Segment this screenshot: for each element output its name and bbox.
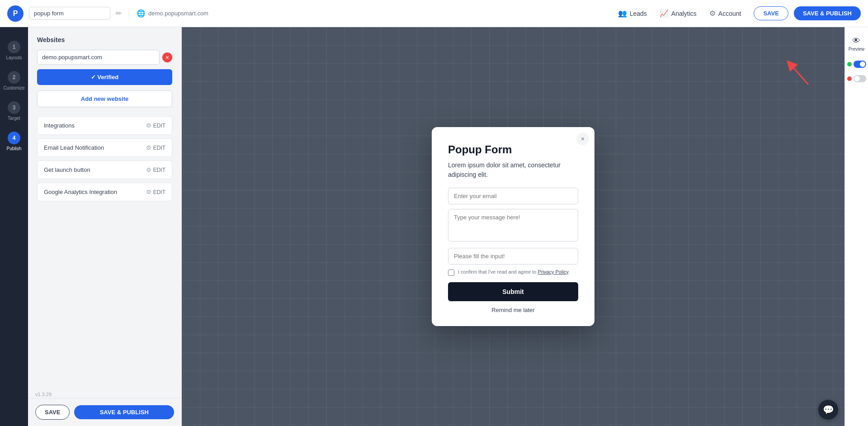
main-layout: 1 Layouts 2 Customize 3 Target 4 Publish…	[0, 27, 868, 426]
nav-items: 👥 Leads 📈 Analytics ⚙ Account	[618, 9, 741, 18]
remove-website-button[interactable]: ×	[162, 52, 172, 62]
toggle-knob-off	[854, 76, 860, 81]
email-lead-label: Email Lead Notification	[44, 144, 104, 151]
toggle-knob-on	[860, 62, 865, 67]
google-analytics-edit-button[interactable]: ⚙ EDIT	[146, 189, 165, 195]
canvas-area: × Popup Form Lorem ipsum dolor sit amet,…	[182, 27, 844, 426]
popup-overlay: × Popup Form Lorem ipsum dolor sit amet,…	[182, 27, 844, 426]
privacy-checkbox[interactable]	[448, 270, 454, 276]
preview-button[interactable]: 👁 Preview	[847, 33, 867, 55]
integrations-edit-button[interactable]: ⚙ EDIT	[146, 122, 165, 129]
popup-description: Lorem ipsum dolor sit amet, consectetur …	[448, 161, 578, 180]
globe-icon: 🌐	[137, 9, 146, 18]
toggle-on[interactable]	[854, 61, 866, 68]
panel-footer: SAVE SAVE & PUBLISH	[28, 398, 181, 426]
version-text: v1.3.29	[35, 392, 52, 397]
step-circle-3: 3	[8, 101, 20, 114]
toggle-row-2	[845, 73, 868, 84]
integrations-label: Integrations	[44, 122, 75, 129]
site-url: 🌐 demo.popupsmart.com	[137, 9, 208, 18]
toggle-off[interactable]	[854, 75, 866, 82]
toggle-row-1	[845, 59, 868, 70]
step-label-1: Layouts	[6, 55, 22, 60]
popup-checkbox-text: I confirm that I've read and agree to Pr…	[458, 269, 570, 275]
gear-icon-launch: ⚙	[146, 166, 151, 173]
chat-icon: 💬	[823, 404, 834, 415]
step-publish[interactable]: 4 Publish	[0, 127, 28, 156]
save-publish-button[interactable]: SAVE & PUBLISH	[794, 6, 861, 20]
panel-save-publish-button[interactable]: SAVE & PUBLISH	[74, 405, 174, 419]
popup-submit-button[interactable]: Submit	[448, 282, 578, 301]
get-launch-item: Get launch button ⚙ EDIT	[37, 161, 172, 179]
logo[interactable]: P	[7, 5, 24, 22]
analytics-icon: 📈	[660, 9, 669, 18]
panel-content: Websites × ✓ Verified Add new website In…	[28, 27, 181, 388]
privacy-policy-link[interactable]: Privacy Policy	[538, 269, 568, 275]
step-sidebar: 1 Layouts 2 Customize 3 Target 4 Publish	[0, 27, 28, 426]
step-circle-4: 4	[8, 132, 20, 144]
popup-checkbox-row: I confirm that I've read and agree to Pr…	[448, 269, 578, 276]
gear-icon-integrations: ⚙	[146, 122, 151, 129]
red-dot	[847, 76, 852, 81]
step-circle-1: 1	[8, 41, 20, 53]
get-launch-label: Get launch button	[44, 166, 90, 173]
preview-label: Preview	[849, 47, 865, 52]
save-button[interactable]: SAVE	[754, 6, 788, 20]
step-circle-2: 2	[8, 71, 20, 84]
chat-button[interactable]: 💬	[818, 400, 838, 420]
popup-remind-later[interactable]: Remind me later	[448, 307, 578, 313]
email-lead-edit-button[interactable]: ⚙ EDIT	[146, 144, 165, 151]
gear-icon: ⚙	[709, 9, 716, 18]
integrations-item: Integrations ⚙ EDIT	[37, 116, 172, 135]
gear-icon-email: ⚙	[146, 144, 151, 151]
step-label-3: Target	[8, 116, 20, 121]
popup-close-button[interactable]: ×	[576, 133, 589, 145]
panel-save-button[interactable]: SAVE	[35, 405, 70, 420]
panel-sidebar: Websites × ✓ Verified Add new website In…	[28, 27, 182, 426]
get-launch-edit-button[interactable]: ⚙ EDIT	[146, 166, 165, 173]
popup-title: Popup Form	[448, 143, 578, 156]
gear-icon-analytics: ⚙	[146, 189, 151, 195]
google-analytics-label: Google Analytics Integration	[44, 189, 117, 195]
green-dot	[847, 62, 852, 66]
email-lead-item: Email Lead Notification ⚙ EDIT	[37, 138, 172, 157]
analytics-nav-item[interactable]: 📈 Analytics	[660, 9, 697, 18]
step-customize[interactable]: 2 Customize	[0, 66, 28, 95]
website-input[interactable]	[37, 50, 160, 65]
leads-nav-item[interactable]: 👥 Leads	[618, 9, 647, 18]
step-target[interactable]: 3 Target	[0, 97, 28, 125]
step-label-2: Customize	[3, 85, 24, 90]
step-label-4: Publish	[7, 146, 22, 151]
website-input-row: ×	[37, 50, 172, 65]
popup-modal: × Popup Form Lorem ipsum dolor sit amet,…	[432, 127, 594, 326]
popup-name-input[interactable]	[29, 7, 110, 20]
right-panel: 👁 Preview	[844, 27, 868, 426]
google-analytics-item: Google Analytics Integration ⚙ EDIT	[37, 183, 172, 201]
account-nav-item[interactable]: ⚙ Account	[709, 9, 741, 18]
verified-button[interactable]: ✓ Verified	[37, 69, 172, 85]
leads-icon: 👥	[618, 9, 627, 18]
websites-title: Websites	[37, 36, 172, 43]
edit-icon[interactable]: ✏	[116, 9, 122, 18]
popup-email-input[interactable]	[448, 188, 578, 204]
add-website-button[interactable]: Add new website	[37, 90, 172, 107]
close-icon: ×	[581, 135, 585, 142]
step-layouts[interactable]: 1 Layouts	[0, 36, 28, 65]
popup-fill-input[interactable]	[448, 248, 578, 265]
popup-message-textarea[interactable]	[448, 209, 578, 241]
eye-icon: 👁	[852, 36, 860, 46]
topnav: P ✏ 🌐 demo.popupsmart.com 👥 Leads 📈 Anal…	[0, 0, 868, 27]
